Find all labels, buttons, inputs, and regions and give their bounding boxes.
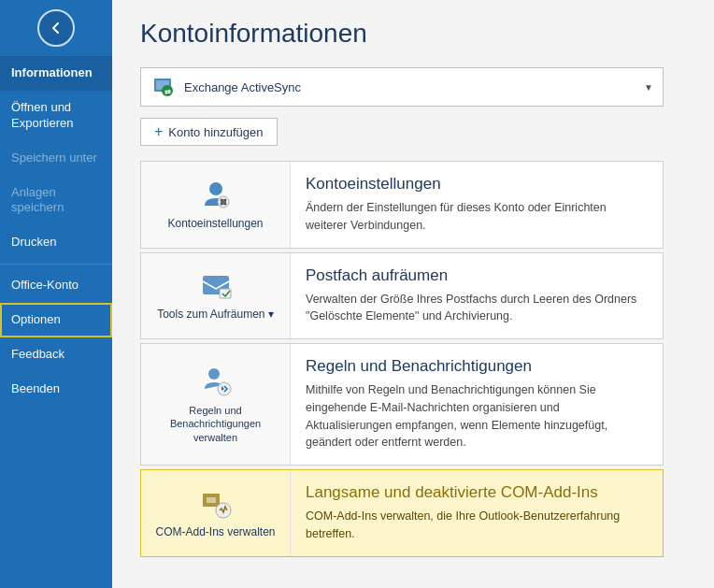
card-postfach-content: Postfach aufräumen Verwalten der Größe I… (291, 253, 663, 339)
card-com-addins-icon-area[interactable]: COM-Add-Ins verwalten (141, 470, 291, 556)
plus-icon: + (154, 123, 163, 140)
sidebar-item-speichern-unter: Speichern unter (0, 141, 112, 176)
card-com-addins-content: Langsame und deaktivierte COM-Add-Ins CO… (291, 470, 663, 556)
account-selector-text: Exchange ActiveSync (184, 80, 644, 94)
account-selector-arrow: ▼ (644, 82, 653, 93)
card-regeln-desc: Mithilfe von Regeln und Benachrichtigung… (306, 381, 648, 452)
postfach-icon (199, 268, 233, 302)
svg-rect-15 (207, 497, 216, 503)
back-button[interactable] (37, 9, 75, 47)
kontoeinstellungen-icon (199, 178, 233, 211)
svg-point-4 (209, 182, 222, 195)
card-com-addins: COM-Add-Ins verwalten Langsame und deakt… (140, 469, 664, 557)
card-postfach-title: Postfach aufräumen (306, 266, 648, 285)
card-com-addins-desc: COM-Add-Ins verwalten, die Ihre Outlook-… (306, 508, 648, 543)
svg-point-6 (220, 198, 222, 201)
sidebar: Informationen Öffnen und Exportieren Spe… (0, 0, 112, 588)
card-kontoeinstellungen-label: Kontoeinstellungen (167, 217, 263, 232)
regeln-icon (199, 365, 233, 398)
sidebar-item-oeffnen-exportieren[interactable]: Öffnen und Exportieren (0, 91, 112, 141)
svg-point-9 (223, 202, 226, 205)
sidebar-item-drucken[interactable]: Drucken (0, 225, 112, 260)
sidebar-item-beenden[interactable]: Beenden (0, 372, 112, 407)
sidebar-item-optionen[interactable]: Optionen (0, 303, 112, 337)
card-postfach-label: Tools zum Aufräumen ▾ (157, 308, 274, 323)
card-kontoeinstellungen: Kontoeinstellungen Kontoeinstellungen Än… (140, 161, 664, 249)
card-regeln-benachrichtigungen: Regeln und Benachrichtigungen verwalten … (140, 343, 664, 466)
card-regeln-title: Regeln und Benachrichtigungen (306, 357, 648, 376)
sidebar-item-informationen[interactable]: Informationen (0, 56, 112, 91)
card-regeln-icon-area[interactable]: Regeln und Benachrichtigungen verwalten (141, 344, 291, 465)
sidebar-item-feedback[interactable]: Feedback (0, 337, 112, 372)
add-account-button[interactable]: + Konto hinzufügen (140, 118, 278, 146)
card-com-addins-label: COM-Add-Ins verwalten (155, 525, 275, 540)
page-title: Kontoinformationen (140, 19, 686, 49)
card-postfach-icon-area[interactable]: Tools zum Aufräumen ▾ (141, 253, 291, 339)
account-selector[interactable]: ⇄ Exchange ActiveSync ▼ (140, 67, 664, 107)
card-regeln-label: Regeln und Benachrichtigungen verwalten (150, 404, 280, 444)
svg-point-8 (220, 202, 222, 205)
card-kontoeinstellungen-title: Kontoeinstellungen (306, 175, 648, 194)
card-kontoeinstellungen-desc: Ändern der Einstellungen für dieses Kont… (306, 199, 648, 235)
sidebar-item-office-konto[interactable]: Office-Konto (0, 268, 112, 303)
card-kontoeinstellungen-icon-area[interactable]: Kontoeinstellungen (141, 162, 291, 248)
card-regeln-content: Regeln und Benachrichtigungen Mithilfe v… (291, 344, 663, 465)
card-postfach-aufraeumen: Tools zum Aufräumen ▾ Postfach aufräumen… (140, 252, 664, 340)
main-content: Kontoinformationen ⇄ Exchange ActiveSync… (112, 0, 714, 588)
com-addins-icon (199, 486, 233, 520)
sidebar-item-anlagen-speichern: Anlagen speichern (0, 176, 112, 226)
card-postfach-desc: Verwalten der Größe Ihres Postfachs durc… (306, 291, 648, 326)
svg-text:⇄: ⇄ (164, 88, 171, 96)
add-account-label: Konto hinzufügen (168, 125, 263, 139)
svg-point-12 (208, 368, 220, 380)
card-com-addins-title: Langsame und deaktivierte COM-Add-Ins (306, 483, 648, 502)
card-kontoeinstellungen-content: Kontoeinstellungen Ändern der Einstellun… (291, 162, 663, 248)
svg-point-7 (223, 198, 226, 201)
account-icon: ⇄ (150, 74, 177, 100)
